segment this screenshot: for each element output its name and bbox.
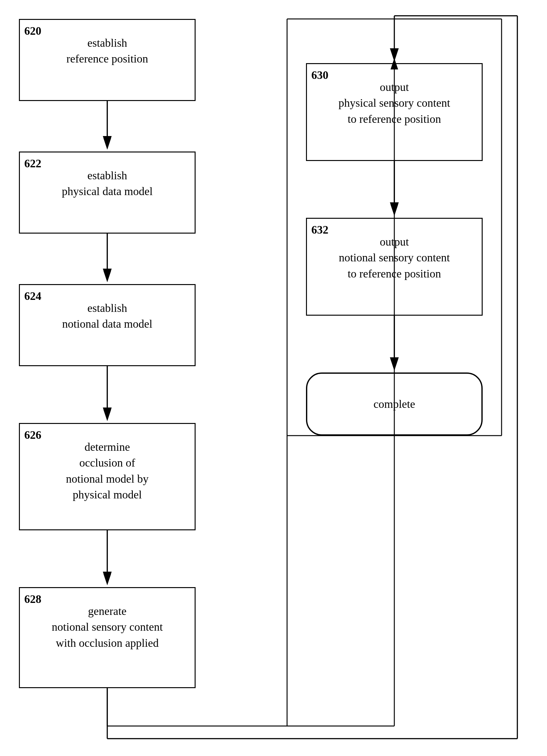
box-622-text: establishphysical data model: [26, 168, 188, 199]
box-620: 620 establishreference position: [19, 19, 196, 101]
box-628: 628 generatenotional sensory contentwith…: [19, 587, 196, 688]
box-624-number: 624: [24, 288, 41, 304]
box-630-number: 630: [311, 67, 328, 83]
complete-label: complete: [373, 397, 415, 411]
box-622: 622 establishphysical data model: [19, 152, 196, 234]
box-620-number: 620: [24, 23, 41, 39]
box-632-text: outputnotional sensory contentto referen…: [313, 234, 475, 282]
box-626-text: determineocclusion ofnotional model byph…: [26, 439, 188, 503]
box-624: 624 establishnotional data model: [19, 284, 196, 366]
box-628-number: 628: [24, 591, 41, 607]
box-626: 626 determineocclusion ofnotional model …: [19, 423, 196, 530]
box-632-number: 632: [311, 222, 328, 238]
box-622-number: 622: [24, 156, 41, 171]
box-632: 632 outputnotional sensory contentto ref…: [306, 218, 483, 316]
complete-terminal: complete: [306, 372, 483, 436]
box-628-text: generatenotional sensory contentwith occ…: [26, 603, 188, 651]
box-624-text: establishnotional data model: [26, 300, 188, 332]
diagram-container: 620 establishreference position 622 esta…: [0, 0, 547, 756]
box-620-text: establishreference position: [26, 35, 188, 67]
box-626-number: 626: [24, 427, 41, 443]
box-630: 630 outputphysical sensory contentto ref…: [306, 63, 483, 161]
box-630-text: outputphysical sensory contentto referen…: [313, 79, 475, 127]
